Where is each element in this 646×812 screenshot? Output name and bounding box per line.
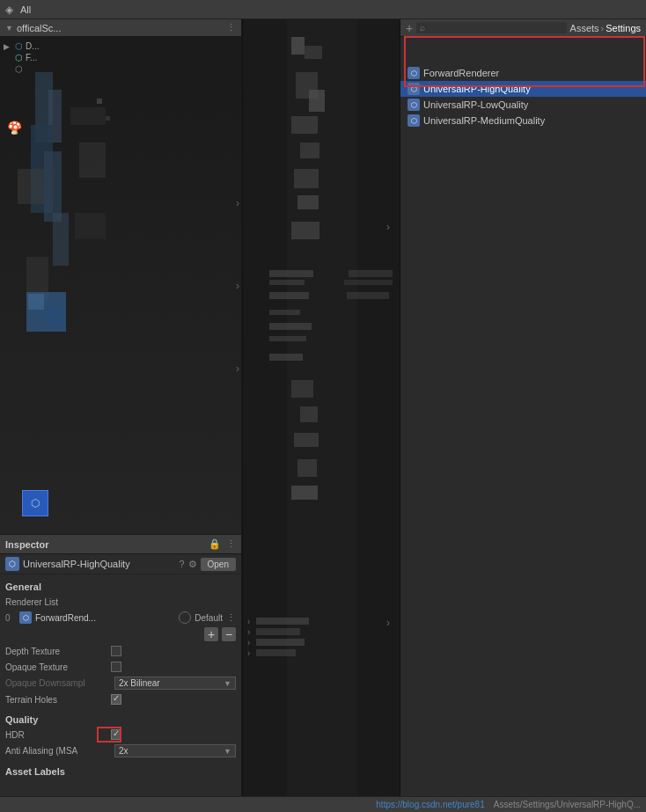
opaque-downsampling-dropdown[interactable]: 2x Bilinear ▼ bbox=[114, 677, 236, 690]
renderer-default: Default bbox=[195, 613, 223, 623]
renderer-list-label: Renderer List bbox=[5, 597, 111, 607]
opaque-texture-label: Opaque Texture bbox=[5, 662, 111, 672]
open-button[interactable]: Open bbox=[201, 558, 236, 571]
general-section-title: General bbox=[0, 578, 241, 594]
breadcrumb-settings: Settings bbox=[606, 23, 641, 33]
terrain-holes-checkbox[interactable] bbox=[111, 694, 121, 705]
assets-panel: + ⌕ Assets › Settings ⬡ ForwardRenderer bbox=[400, 19, 646, 812]
hdr-checkbox[interactable] bbox=[111, 729, 121, 740]
cube-icon: ⬡ bbox=[22, 490, 48, 516]
svg-rect-28 bbox=[269, 292, 309, 299]
anti-aliasing-label: Anti Aliasing (MSA bbox=[5, 746, 111, 756]
opaque-downsampling-row: Opaque Downsampl 2x Bilinear ▼ bbox=[0, 675, 241, 691]
svg-rect-43 bbox=[256, 618, 309, 625]
asset-icon: ⬡ bbox=[5, 557, 19, 571]
asset-help-icon[interactable]: ? bbox=[179, 559, 184, 569]
svg-text:›: › bbox=[247, 617, 250, 626]
svg-rect-20 bbox=[309, 90, 325, 112]
main-layout: ▼ officalSc... ⋮ ▶ ⬡ D... ⬡ bbox=[0, 19, 646, 812]
svg-rect-12 bbox=[75, 213, 106, 239]
inspector-dots-icon[interactable]: ⋮ bbox=[226, 538, 236, 550]
breadcrumb: Assets › Settings bbox=[570, 23, 641, 33]
svg-text:›: › bbox=[247, 638, 250, 647]
svg-rect-21 bbox=[291, 116, 318, 134]
svg-rect-45 bbox=[256, 639, 305, 646]
asset-gear-icon[interactable]: ⚙ bbox=[188, 559, 197, 570]
svg-rect-42 bbox=[291, 486, 318, 500]
svg-text:›: › bbox=[386, 617, 390, 629]
urp-low-icon: ⬡ bbox=[407, 99, 420, 111]
svg-rect-33 bbox=[349, 270, 393, 277]
terrain-holes-row: Terrain Holes bbox=[0, 691, 241, 707]
urp-low-name: UniversalRP-LowQuality bbox=[423, 99, 528, 110]
top-bar: ◈ All bbox=[0, 0, 646, 19]
breadcrumb-assets: Assets bbox=[570, 23, 599, 33]
svg-rect-4 bbox=[53, 213, 69, 266]
svg-rect-35 bbox=[347, 292, 389, 299]
add-renderer-button[interactable]: + bbox=[204, 627, 218, 641]
top-bar-icon: ◈ bbox=[5, 4, 13, 16]
mushroom-icon: 🍄 bbox=[7, 121, 22, 135]
opaque-texture-checkbox[interactable] bbox=[111, 662, 121, 672]
urp-high-name: UniversalRP-HighQuality bbox=[423, 84, 531, 94]
hdr-label: HDR bbox=[5, 730, 111, 740]
center-panel: › › › › › › bbox=[242, 19, 400, 812]
svg-rect-18 bbox=[305, 46, 322, 59]
svg-rect-29 bbox=[269, 310, 300, 315]
lock-icon[interactable]: 🔒 bbox=[209, 538, 221, 550]
svg-rect-25 bbox=[291, 222, 319, 239]
bottom-bar: https://blog.csdn.net/pure81 Assets/Sett… bbox=[0, 796, 646, 812]
depth-texture-checkbox[interactable] bbox=[111, 646, 121, 656]
svg-rect-34 bbox=[344, 280, 393, 285]
asset-item-urp-medium[interactable]: ⬡ UniversalRP-MediumQuality bbox=[400, 113, 646, 128]
opaque-texture-row: Opaque Texture bbox=[0, 659, 241, 675]
breadcrumb-sep: › bbox=[601, 23, 605, 33]
add-remove-row: + − bbox=[0, 625, 241, 643]
inspector-body: General Renderer List 0 ⬡ ForwardRend...… bbox=[0, 574, 241, 782]
scene-canvas: ▶ ⬡ D... ⬡ F... ⬡ bbox=[0, 37, 241, 534]
svg-rect-14 bbox=[106, 116, 110, 121]
svg-rect-44 bbox=[256, 628, 300, 635]
search-placeholder: ⌕ bbox=[416, 22, 566, 33]
urp-high-icon: ⬡ bbox=[407, 83, 420, 95]
svg-text:›: › bbox=[247, 648, 250, 658]
svg-rect-38 bbox=[291, 380, 313, 398]
left-panel: ▼ officalSc... ⋮ ▶ ⬡ D... ⬡ bbox=[0, 19, 242, 812]
scene-dots-icon[interactable]: ⋮ bbox=[226, 22, 236, 33]
remove-renderer-button[interactable]: − bbox=[222, 627, 236, 641]
anti-aliasing-dropdown[interactable]: 2x ▼ bbox=[114, 744, 236, 757]
svg-rect-10 bbox=[70, 107, 106, 125]
svg-rect-16 bbox=[287, 19, 357, 811]
asset-item-forward-renderer[interactable]: ⬡ ForwardRenderer bbox=[400, 65, 646, 81]
svg-text:›: › bbox=[386, 221, 390, 233]
svg-rect-24 bbox=[297, 195, 319, 209]
renderer-entry: 0 ⬡ ForwardRend... Default ⋮ bbox=[0, 610, 241, 625]
dropdown-arrow-icon: ▼ bbox=[224, 679, 231, 688]
renderer-dots-icon[interactable]: ⋮ bbox=[226, 612, 236, 624]
red-border-container bbox=[400, 37, 646, 812]
center-scene: › › › › › › bbox=[243, 19, 400, 812]
opaque-downsampling-label: Opaque Downsampl bbox=[5, 678, 111, 688]
assets-header: + ⌕ Assets › Settings bbox=[400, 19, 646, 37]
svg-rect-31 bbox=[269, 336, 306, 341]
svg-rect-8 bbox=[28, 294, 44, 310]
forward-renderer-icon: ⬡ bbox=[407, 67, 420, 79]
svg-rect-40 bbox=[294, 433, 319, 447]
asset-item-urp-low[interactable]: ⬡ UniversalRP-LowQuality bbox=[400, 97, 646, 113]
assets-path-text: Assets/Settings/UniversalRP-HighQ... bbox=[494, 800, 641, 809]
hdr-row: HDR bbox=[0, 727, 241, 743]
asset-item-urp-high[interactable]: ⬡ UniversalRP-HighQuality bbox=[400, 81, 646, 97]
renderer-name: ForwardRend... bbox=[35, 613, 175, 623]
renderer-index: 0 bbox=[5, 613, 16, 623]
urp-medium-icon: ⬡ bbox=[407, 114, 420, 127]
renderer-circle[interactable] bbox=[179, 611, 191, 624]
svg-rect-11 bbox=[79, 143, 106, 178]
depth-texture-row: Depth Texture bbox=[0, 643, 241, 659]
add-icon[interactable]: + bbox=[406, 21, 413, 35]
scene-nav-arrows: › › › bbox=[236, 197, 239, 375]
center-scene-art: › › › › › › bbox=[243, 19, 400, 811]
svg-rect-30 bbox=[269, 323, 312, 330]
scene-art bbox=[0, 37, 241, 358]
svg-rect-9 bbox=[46, 310, 62, 326]
svg-rect-46 bbox=[256, 649, 296, 656]
